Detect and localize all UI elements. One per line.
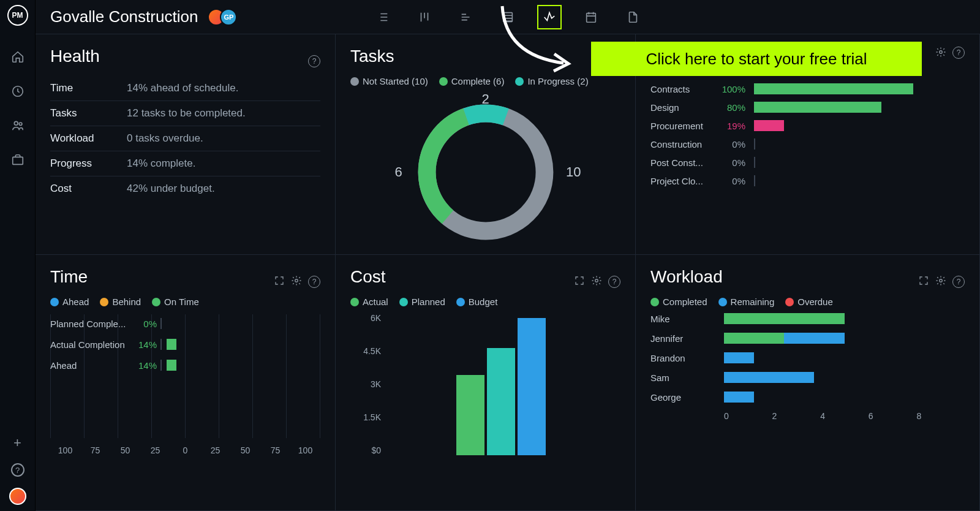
progress-pct: 19% bbox=[717, 121, 745, 131]
legend-label: Complete (6) bbox=[451, 76, 505, 86]
view-list-icon[interactable] bbox=[371, 5, 395, 29]
time-row: Planned Comple... 0% bbox=[50, 318, 320, 329]
legend-item[interactable]: On Time bbox=[152, 297, 199, 307]
progress-row: Design 80% bbox=[650, 98, 965, 116]
time-title: Time bbox=[50, 267, 88, 287]
axis-tick: 4.5K bbox=[350, 346, 381, 356]
legend-label: Overdue bbox=[797, 297, 833, 307]
progress-row: Procurement 19% bbox=[650, 116, 965, 135]
top-bar: Govalle Construction GP bbox=[36, 0, 980, 34]
workload-name: Mike bbox=[650, 314, 724, 324]
panel-help-icon[interactable]: ? bbox=[308, 276, 320, 288]
project-members[interactable]: GP bbox=[208, 9, 237, 26]
legend-item[interactable]: Not Started (10) bbox=[350, 76, 428, 86]
time-bar bbox=[167, 339, 176, 350]
axis-tick: 75 bbox=[80, 445, 110, 455]
workload-seg-remaining bbox=[724, 392, 754, 403]
cost-bar-chart: 6K4.5K3K1.5K$0 bbox=[350, 313, 620, 472]
axis-tick: 6 bbox=[869, 411, 917, 421]
legend-item[interactable]: Behind bbox=[100, 297, 141, 307]
donut-label-left: 6 bbox=[395, 164, 402, 180]
view-files-icon[interactable] bbox=[620, 5, 645, 29]
legend-item[interactable]: Ahead bbox=[50, 297, 89, 307]
axis-tick: 6K bbox=[350, 313, 381, 323]
view-board-icon[interactable] bbox=[412, 5, 437, 29]
progress-pct: 0% bbox=[717, 176, 745, 186]
health-value: 14% ahead of schedule. bbox=[127, 82, 238, 94]
legend-label: Planned bbox=[412, 297, 445, 307]
legend-item[interactable]: Planned bbox=[399, 297, 445, 307]
home-icon[interactable] bbox=[10, 49, 26, 65]
progress-name: Post Const... bbox=[650, 157, 715, 168]
team-icon[interactable] bbox=[10, 118, 26, 134]
panel-help-icon[interactable]: ? bbox=[308, 55, 320, 67]
legend-item[interactable]: Budget bbox=[456, 297, 498, 307]
panel-expand-icon[interactable] bbox=[918, 275, 929, 289]
legend-label: In Progress (2) bbox=[527, 76, 588, 86]
health-value: 12 tasks to be completed. bbox=[127, 107, 246, 119]
legend-dot bbox=[456, 298, 465, 306]
legend-item[interactable]: In Progress (2) bbox=[515, 76, 588, 86]
svg-point-12 bbox=[940, 279, 943, 282]
health-value: 0 tasks overdue. bbox=[127, 132, 203, 145]
legend-item[interactable]: Overdue bbox=[785, 297, 833, 307]
health-value: 14% complete. bbox=[127, 157, 195, 170]
axis-tick: 4 bbox=[820, 411, 869, 421]
workload-bar bbox=[724, 333, 965, 344]
panel-settings-icon[interactable] bbox=[935, 275, 946, 289]
recent-icon[interactable] bbox=[10, 83, 26, 99]
progress-pct: 0% bbox=[717, 157, 745, 168]
axis-tick: 1.5K bbox=[350, 412, 381, 422]
panel-help-icon[interactable]: ? bbox=[608, 276, 620, 288]
workload-name: Brandon bbox=[650, 353, 724, 363]
tasks-donut-chart: 2 6 10 bbox=[412, 99, 559, 246]
axis-tick: 0 bbox=[724, 411, 772, 421]
progress-bar bbox=[754, 102, 881, 113]
workload-seg-remaining bbox=[724, 352, 754, 363]
workload-row: Mike bbox=[650, 313, 965, 324]
legend-label: Not Started (10) bbox=[363, 76, 428, 86]
health-row: Cost42% under budget. bbox=[50, 176, 320, 201]
axis-tick: 0 bbox=[170, 445, 200, 455]
panel-help-icon[interactable]: ? bbox=[952, 47, 965, 59]
panel-settings-icon[interactable] bbox=[591, 275, 602, 289]
view-gantt-icon[interactable] bbox=[454, 5, 478, 29]
left-nav-rail: PM + ? bbox=[0, 0, 36, 511]
panel-settings-icon[interactable] bbox=[291, 275, 302, 289]
view-sheet-icon[interactable] bbox=[496, 5, 520, 29]
panel-help-icon[interactable]: ? bbox=[952, 276, 965, 288]
svg-point-1 bbox=[14, 121, 18, 125]
legend-item[interactable]: Remaining bbox=[718, 297, 775, 307]
legend-dot bbox=[350, 77, 359, 86]
view-dashboard-icon[interactable] bbox=[537, 5, 562, 29]
axis-tick: 8 bbox=[916, 411, 965, 421]
workload-name: Jennifer bbox=[650, 333, 724, 344]
user-avatar[interactable] bbox=[9, 488, 26, 505]
legend-item[interactable]: Actual bbox=[350, 297, 388, 307]
legend-label: Actual bbox=[363, 297, 388, 307]
progress-pct: 0% bbox=[717, 139, 745, 150]
workload-row: Jennifer bbox=[650, 333, 965, 344]
progress-name: Contracts bbox=[650, 84, 715, 94]
view-calendar-icon[interactable] bbox=[579, 5, 603, 29]
legend-item[interactable]: Completed bbox=[650, 297, 707, 307]
time-row-name: Actual Completion bbox=[50, 339, 130, 350]
help-icon[interactable]: ? bbox=[11, 463, 24, 477]
workload-seg-completed bbox=[724, 313, 845, 324]
portfolio-icon[interactable] bbox=[10, 152, 26, 168]
axis-tick: 2 bbox=[772, 411, 821, 421]
time-row-pct: 0% bbox=[130, 319, 157, 329]
panel-expand-icon[interactable] bbox=[274, 275, 285, 289]
add-icon[interactable]: + bbox=[13, 435, 21, 451]
legend-item[interactable]: Complete (6) bbox=[439, 76, 505, 86]
time-row-pct: 14% bbox=[130, 360, 157, 371]
workload-chart: MikeJenniferBrandonSamGeorge bbox=[650, 313, 965, 403]
app-logo[interactable]: PM bbox=[7, 5, 28, 26]
panel-settings-icon[interactable] bbox=[935, 47, 946, 60]
tasks-title: Tasks bbox=[350, 47, 394, 66]
panel-expand-icon[interactable] bbox=[574, 275, 585, 289]
trial-cta-banner[interactable]: Click here to start your free trial bbox=[591, 42, 922, 76]
axis-tick: 100 bbox=[50, 445, 80, 455]
progress-name: Procurement bbox=[650, 121, 715, 131]
time-bar bbox=[167, 360, 176, 371]
